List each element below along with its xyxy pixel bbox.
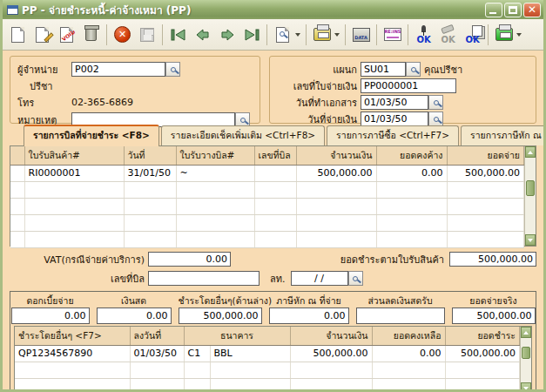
column-header[interactable]: เลขที่บิล: [254, 146, 296, 165]
maximize-button[interactable]: [504, 3, 522, 17]
cell-date: 01/03/50: [130, 345, 184, 362]
payment-summary-labels: ดอกเบี้ยจ่าย เงินสด ชำระโดยอื่นๆ(ด้านล่า…: [14, 294, 532, 308]
bill-date-label: ลท.: [270, 271, 286, 287]
actual-paid-input[interactable]: [452, 308, 536, 324]
form-client-area: ผู้จำหน่าย ปรีชา โทร 02-365-6869 หมายเหต…: [3, 51, 543, 392]
vendor-search-button[interactable]: [165, 62, 180, 77]
data-button[interactable]: DATA: [349, 23, 373, 47]
column-header[interactable]: ใบรับสินค้า#: [24, 146, 124, 165]
department-input[interactable]: [361, 62, 406, 77]
last-record-button[interactable]: [239, 23, 263, 47]
column-header[interactable]: จำนวนเงิน: [290, 327, 372, 345]
print-form-button[interactable]: [492, 23, 516, 47]
cell-amount: 500,000.00: [296, 165, 376, 181]
scroll-down-icon[interactable]: [521, 382, 531, 392]
column-header[interactable]: ยอดจ่าย: [447, 146, 524, 165]
first-record-button[interactable]: [166, 23, 190, 47]
column-header[interactable]: จำนวนเงิน: [296, 146, 376, 165]
column-header[interactable]: ยอดชำระ: [445, 327, 520, 345]
cell-ref-no: QP1234567890: [15, 345, 130, 362]
cash-input[interactable]: [97, 308, 172, 324]
print-dropdown-caret-icon[interactable]: [334, 33, 340, 37]
bills-grid-panel: ใบรับสินค้า# วันที่ ใบรับวางบิล# เลขที่บ…: [10, 145, 536, 247]
scroll-down-icon[interactable]: [525, 234, 536, 246]
total-by-receipt-input[interactable]: [449, 252, 536, 267]
doc-date-input[interactable]: [361, 95, 428, 110]
column-header[interactable]: ธนาคาร: [184, 327, 290, 345]
phone-text: 02-365-6869: [71, 97, 133, 108]
toolbar-separator: [306, 24, 307, 45]
bill-no-input[interactable]: [148, 271, 260, 286]
bills-empty-row[interactable]: [10, 198, 524, 214]
approve-button[interactable]: OK: [412, 23, 435, 47]
tab-withholding-tax[interactable]: รายการภาษีหัก ณ ที่จ่าย <Ctrl+F10>: [461, 125, 546, 145]
void-button[interactable]: VOID: [55, 23, 78, 47]
approve-document-button[interactable]: OK: [461, 23, 484, 47]
vendor-code-input[interactable]: [71, 62, 165, 77]
paid-by-other-input[interactable]: [179, 308, 262, 324]
bills-scrollbar[interactable]: [524, 146, 536, 246]
column-header[interactable]: ลงวันที่: [130, 327, 184, 345]
interest-input[interactable]: [11, 308, 90, 324]
bill-date-search-button[interactable]: [348, 271, 363, 286]
scroll-thumb[interactable]: [522, 347, 530, 359]
close-button[interactable]: ✕: [523, 3, 541, 17]
payment-no-input[interactable]: [361, 78, 456, 93]
printer-icon: [313, 28, 331, 41]
tab-bills-paid[interactable]: รายการบิลที่จ่ายชำระ <F8>: [24, 125, 159, 146]
cell-receipt-no: RI0000001: [24, 165, 124, 181]
scroll-up-icon[interactable]: [525, 146, 536, 158]
titlebar: PP - จ่ายชำระหนี้-ค่าจ้างเหมา (PP) ✕: [3, 0, 543, 19]
bills-empty-row[interactable]: [10, 181, 524, 198]
bills-row[interactable]: RI0000001 31/01/50 ~ 500,000.00 0.00 500…: [10, 165, 524, 181]
column-header[interactable]: ใบรับวางบิล#: [176, 146, 254, 165]
vat-input[interactable]: [148, 252, 231, 267]
find-dropdown-caret-icon[interactable]: [295, 33, 300, 37]
payments-row[interactable]: QP1234567890 01/03/50 C1 BBL 500,000.00 …: [15, 345, 520, 362]
cancel-button[interactable]: ✕: [111, 23, 134, 47]
last-record-icon: [244, 29, 260, 41]
withholding-tax-input[interactable]: [269, 308, 349, 324]
next-record-button[interactable]: [215, 23, 239, 47]
column-header[interactable]: ยอดคงเหลือ: [372, 327, 445, 345]
column-header[interactable]: วันที่: [124, 146, 176, 165]
print-button[interactable]: [310, 23, 334, 47]
pay-date-search-button[interactable]: [428, 112, 443, 126]
new-button[interactable]: [6, 23, 30, 47]
bill-date-input[interactable]: [291, 271, 348, 286]
scroll-thumb[interactable]: [526, 180, 535, 196]
bills-empty-row[interactable]: [10, 231, 524, 247]
tab-purchase-tax[interactable]: รายการภาษีซื้อ <Ctrl+F7>: [327, 125, 459, 145]
edit-button[interactable]: [30, 23, 54, 47]
minimize-button[interactable]: [485, 3, 502, 17]
window-icon: [7, 5, 18, 15]
toolbar-separator: [106, 24, 107, 45]
department-search-button[interactable]: [406, 62, 421, 77]
close-icon: ✕: [524, 3, 540, 17]
scroll-up-icon[interactable]: [521, 327, 531, 338]
print-form-dropdown-caret-icon[interactable]: [516, 33, 522, 37]
reinstate-card-icon: RE:INS: [384, 28, 401, 41]
search-icon: [434, 100, 439, 105]
reinstate-button[interactable]: RE:INS: [381, 23, 404, 47]
save-button[interactable]: [135, 23, 158, 47]
doc-date-search-button[interactable]: [428, 95, 443, 110]
withholding-tax-label: ภาษีหัก ณ ที่จ่าย: [269, 294, 349, 308]
payments-scrollbar[interactable]: [520, 327, 531, 392]
bills-empty-row[interactable]: [10, 214, 524, 231]
ok-clear-icon: OK: [439, 25, 458, 44]
payments-empty-row[interactable]: [15, 362, 520, 378]
unapprove-button[interactable]: OK: [436, 23, 460, 47]
find-button[interactable]: [271, 23, 294, 47]
cell-paid: 500,000.00: [447, 165, 524, 181]
tab-cheque-details[interactable]: รายละเอียดเช็คเพิ่มเติม <Ctrl+F8>: [161, 125, 325, 145]
pay-date-input[interactable]: [361, 112, 428, 126]
column-header[interactable]: ชำระโดยอื่นๆ <F7>: [15, 327, 130, 345]
previous-record-button[interactable]: [191, 23, 214, 47]
delete-button[interactable]: [79, 23, 103, 47]
first-record-icon: [171, 29, 186, 41]
payments-empty-row[interactable]: [15, 378, 520, 392]
vendor-groupbox: ผู้จำหน่าย ปรีชา โทร 02-365-6869 หมายเหต…: [10, 56, 260, 124]
cash-discount-input[interactable]: [356, 308, 445, 324]
column-header[interactable]: ยอดคงค้าง: [376, 146, 447, 165]
